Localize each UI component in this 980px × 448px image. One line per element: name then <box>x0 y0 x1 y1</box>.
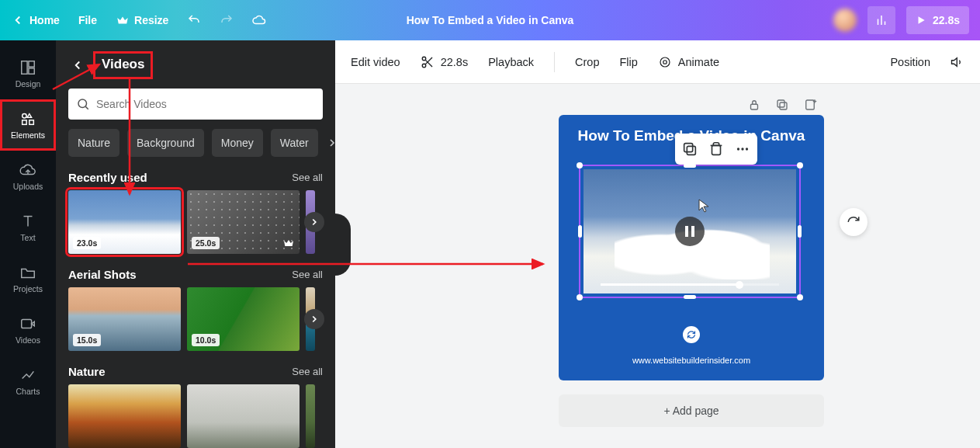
resize-handle[interactable] <box>684 295 696 299</box>
crop-button[interactable]: Crop <box>575 56 599 68</box>
video-thumb-nature-0[interactable] <box>68 384 181 448</box>
svg-point-18 <box>663 60 667 64</box>
section-nature-title: Nature <box>68 365 106 378</box>
chip-background[interactable]: Background <box>127 129 204 157</box>
edit-video-button[interactable]: Edit video <box>351 56 400 68</box>
resize-handle[interactable] <box>577 294 583 300</box>
undo-button[interactable] <box>187 13 201 27</box>
svg-point-31 <box>746 148 748 150</box>
resize-menu[interactable]: Resize <box>116 13 168 27</box>
home-button[interactable]: Home <box>11 13 60 27</box>
cloud-sync-button[interactable] <box>252 13 266 27</box>
resize-handle[interactable] <box>577 162 583 168</box>
chevron-right-icon <box>309 217 320 227</box>
selection-frame[interactable] <box>579 165 801 298</box>
shapes-icon <box>19 110 36 127</box>
rail-projects[interactable]: Projects <box>0 253 56 304</box>
resize-handle[interactable] <box>798 225 802 238</box>
section-aerial-seeall[interactable]: See all <box>292 269 323 280</box>
pause-button[interactable] <box>675 217 705 246</box>
rail-videos[interactable]: Videos <box>0 304 56 356</box>
video-thumb-peek[interactable] <box>306 384 315 448</box>
resize-handle[interactable] <box>797 294 803 300</box>
refresh-icon <box>847 215 861 229</box>
svg-rect-4 <box>22 61 27 75</box>
trim-button[interactable]: 22.8s <box>421 55 468 69</box>
panel-back-button[interactable] <box>68 56 87 75</box>
chips-scroll-next[interactable] <box>326 134 335 151</box>
flip-button[interactable]: Flip <box>619 56 637 68</box>
chevron-left-icon <box>71 58 85 72</box>
panel-collapse-handle[interactable] <box>335 214 351 276</box>
svg-rect-6 <box>29 68 34 74</box>
duplicate-button[interactable] <box>681 141 698 158</box>
search-input[interactable] <box>96 98 315 110</box>
svg-rect-22 <box>777 100 784 107</box>
rail-elements[interactable]: Elements <box>0 99 56 151</box>
rail-charts[interactable]: Charts <box>0 356 56 407</box>
more-button[interactable] <box>734 141 751 158</box>
video-thumb-aerial-0[interactable]: 15.0s <box>68 287 181 351</box>
add-page-button[interactable]: + Add page <box>559 394 824 427</box>
video-thumb-recent-0[interactable]: 23.0s <box>68 190 181 254</box>
animate-button[interactable]: Animate <box>658 55 719 69</box>
delete-button[interactable] <box>708 141 725 158</box>
page-tools <box>747 98 817 112</box>
loop-icon <box>687 330 696 339</box>
video-thumb-nature-1[interactable] <box>187 384 300 448</box>
thumb-duration: 15.0s <box>73 334 101 346</box>
svg-rect-26 <box>687 146 695 155</box>
section-nature-seeall[interactable]: See all <box>292 366 323 377</box>
rail-design[interactable]: Design <box>0 48 56 99</box>
resize-handle[interactable] <box>797 162 803 168</box>
file-menu[interactable]: File <box>78 14 97 26</box>
text-icon <box>19 213 36 230</box>
aerial-row: 15.0s 10.0s <box>68 287 323 351</box>
document-title[interactable]: How To Embed a Video in Canva <box>407 0 574 40</box>
insights-button[interactable] <box>867 6 895 34</box>
canvas-page[interactable]: How To Embed a Video in Canva <box>559 115 824 380</box>
section-recent-seeall[interactable]: See all <box>292 172 323 183</box>
context-toolbar: Edit video 22.8s Playback Crop Flip Anim… <box>335 40 980 84</box>
video-thumb-recent-1[interactable]: 25.0s <box>187 190 300 254</box>
elements-panel: Videos Nature Background Money Water Rec… <box>56 40 335 448</box>
undo-icon <box>187 13 201 27</box>
separator <box>554 52 555 72</box>
svg-rect-5 <box>29 61 34 67</box>
position-button[interactable]: Position <box>890 56 930 68</box>
aerial-scroll-next[interactable] <box>304 309 324 329</box>
redo-button[interactable] <box>220 13 234 27</box>
svg-rect-27 <box>684 144 693 152</box>
redo-icon <box>220 13 234 27</box>
avatar[interactable] <box>833 9 857 32</box>
present-duration: 22.8s <box>933 14 960 26</box>
loop-button[interactable] <box>683 326 700 343</box>
present-button[interactable]: 22.8s <box>906 6 969 34</box>
sync-fab[interactable] <box>840 208 867 236</box>
video-progress[interactable] <box>601 283 779 286</box>
playback-button[interactable]: Playback <box>488 56 534 68</box>
recent-scroll-next[interactable] <box>304 212 324 232</box>
chip-money[interactable]: Money <box>212 129 263 157</box>
layout-icon <box>19 59 36 76</box>
chip-nature[interactable]: Nature <box>68 129 119 157</box>
search-input-wrap[interactable] <box>68 89 323 120</box>
rail-text[interactable]: Text <box>0 202 56 253</box>
rail-uploads[interactable]: Uploads <box>0 151 56 202</box>
canvas-footer-text[interactable]: www.websitebuilderinsider.com <box>559 356 824 365</box>
duplicate-page-button[interactable] <box>775 98 789 112</box>
volume-button[interactable] <box>951 55 964 69</box>
video-element[interactable] <box>583 169 796 293</box>
chip-water[interactable]: Water <box>271 129 318 157</box>
resize-handle[interactable] <box>684 164 696 168</box>
add-page-icon-button[interactable] <box>803 98 817 112</box>
thumb-duration: 25.0s <box>192 237 220 249</box>
panel-title: Videos <box>93 51 153 79</box>
progress-knob[interactable] <box>736 281 743 289</box>
video-thumb-aerial-1[interactable]: 10.0s <box>187 287 300 351</box>
copy-icon <box>775 98 789 112</box>
chevron-left-icon <box>11 13 25 27</box>
resize-handle[interactable] <box>578 225 582 238</box>
folder-icon <box>19 264 36 281</box>
lock-button[interactable] <box>747 98 761 112</box>
